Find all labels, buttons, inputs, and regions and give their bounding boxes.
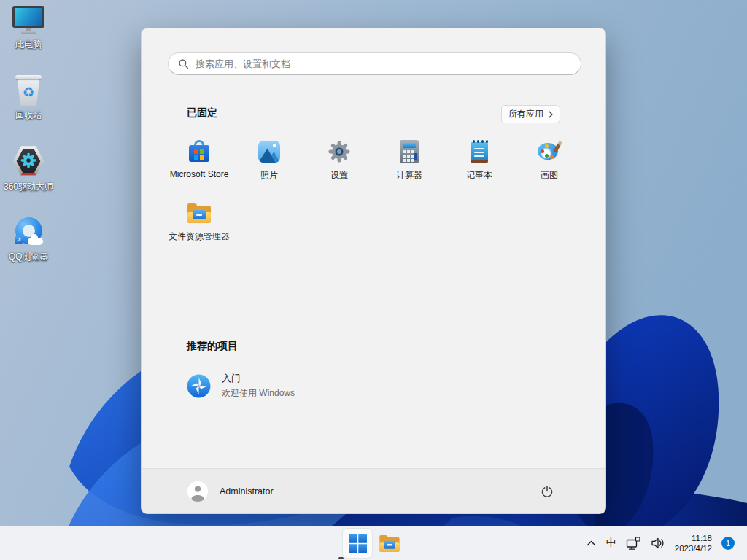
recycle-bin-icon: ♻ (14, 75, 43, 106)
search-icon (178, 58, 189, 69)
pinned-app-microsoft-store[interactable]: Microsoft Store (164, 136, 234, 197)
clock[interactable]: 11:18 2023/4/12 (675, 533, 712, 553)
pinned-app-label: 照片 (260, 169, 278, 182)
volume-button[interactable] (651, 537, 665, 550)
recommended-item-title: 入门 (222, 372, 295, 385)
desktop-screen: 此电脑 ♻ 回收站 360驱动大师 (0, 0, 747, 560)
pinned-app-paint[interactable]: 画图 (514, 136, 584, 197)
recommended-item-text: 入门 欢迎使用 Windows (222, 372, 295, 400)
network-ethernet-icon (626, 537, 641, 551)
desktop-icon-qq-browser[interactable]: ↗ QQ浏览器 (0, 217, 57, 263)
all-apps-label: 所有应用 (508, 108, 543, 120)
pinned-app-photos[interactable]: 照片 (234, 136, 304, 197)
notification-badge[interactable]: 1 (721, 537, 735, 550)
pinned-app-notepad[interactable]: 记事本 (444, 136, 514, 197)
start-menu: 已固定 所有应用 Microsoft Store (141, 28, 606, 514)
desktop-icon-label: 360驱动大师 (4, 181, 53, 193)
taskbar-center-group (343, 529, 404, 558)
taskbar-active-indicator (338, 557, 344, 559)
start-button[interactable] (343, 529, 372, 558)
windows-logo-icon (349, 534, 367, 553)
pinned-apps-grid: Microsoft Store 照片 (164, 136, 584, 258)
paint-icon (538, 140, 561, 163)
qq-browser-icon: ↗ (13, 217, 44, 247)
clock-date: 2023/4/12 (675, 543, 712, 553)
taskbar-file-explorer-button[interactable] (375, 529, 404, 558)
notepad-icon (468, 140, 491, 163)
microsoft-store-icon (187, 140, 211, 163)
pinned-app-calculator[interactable]: 计算器 (374, 136, 444, 197)
desktop-icon-label: 回收站 (15, 109, 42, 122)
ime-indicator[interactable]: 中 (606, 537, 616, 550)
search-input[interactable] (196, 58, 571, 69)
user-avatar[interactable] (187, 481, 208, 502)
settings-gear-icon (328, 140, 351, 163)
all-apps-button[interactable]: 所有应用 (501, 105, 560, 123)
photos-icon (258, 140, 281, 163)
clock-time: 11:18 (675, 533, 712, 543)
desktop-icon-label: QQ浏览器 (9, 251, 49, 263)
pinned-app-label: 设置 (330, 169, 348, 182)
file-explorer-icon (187, 201, 211, 225)
chevron-up-icon (586, 539, 597, 548)
calculator-icon (398, 140, 421, 163)
power-icon (541, 485, 554, 498)
desktop-icon-this-pc[interactable]: 此电脑 (0, 6, 57, 51)
this-pc-icon (12, 6, 44, 35)
desktop-icon-360-driver[interactable]: 360驱动大师 (0, 145, 57, 193)
360-driver-icon (12, 145, 44, 177)
pinned-app-label: Microsoft Store (170, 169, 229, 179)
system-tray: 中 11:18 2023/4/12 1 (573, 526, 747, 560)
pinned-app-label: 计算器 (396, 169, 422, 182)
desktop-icon-recycle-bin[interactable]: ♻ 回收站 (0, 75, 57, 122)
recommended-item-get-started[interactable]: 入门 欢迎使用 Windows (187, 372, 295, 400)
start-search-box[interactable] (168, 52, 581, 75)
user-name[interactable]: Administrator (220, 486, 535, 497)
pinned-app-settings[interactable]: 设置 (304, 136, 374, 197)
pinned-app-file-explorer[interactable]: 文件资源管理器 (164, 197, 234, 258)
file-explorer-icon (379, 535, 399, 552)
pinned-app-label: 记事本 (466, 169, 492, 182)
network-button[interactable] (626, 537, 641, 551)
taskbar: 中 11:18 2023/4/12 1 (0, 526, 747, 560)
person-icon (187, 481, 208, 502)
pinned-section-header: 已固定 (187, 106, 217, 120)
recommended-item-subtitle: 欢迎使用 Windows (222, 387, 295, 400)
desktop-icon-label: 此电脑 (15, 39, 42, 51)
power-button[interactable] (535, 481, 560, 502)
start-user-bar: Administrator (142, 468, 605, 513)
pinned-app-label: 文件资源管理器 (169, 230, 230, 243)
chevron-right-icon (549, 111, 553, 118)
tray-hidden-icons-button[interactable] (586, 539, 597, 548)
speaker-icon (651, 537, 665, 550)
pinned-app-label: 画图 (541, 169, 558, 182)
recommended-section-header: 推荐的项目 (187, 340, 238, 353)
get-started-icon (187, 374, 211, 398)
